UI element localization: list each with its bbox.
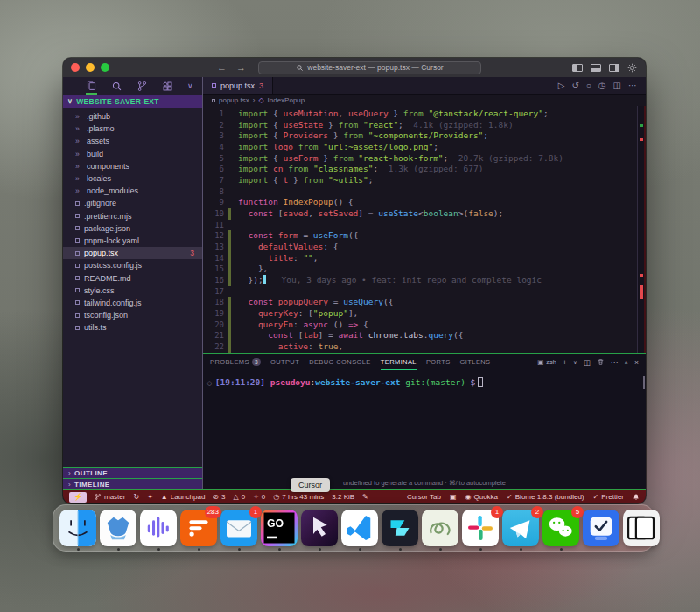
tab-popup-tsx[interactable]: popup.tsx 3 — [203, 77, 273, 94]
tree-item-postcss.config.js[interactable]: postcss.config.js — [63, 259, 202, 271]
tree-item-node_modules[interactable]: »node_modules — [63, 185, 202, 197]
status-remote[interactable]: ⚡ — [69, 492, 87, 503]
code-line[interactable]: 12 const form = useForm({ — [203, 230, 644, 242]
dot-circle-icon[interactable]: ○ — [586, 81, 592, 90]
code-line[interactable]: 15 }, — [203, 264, 644, 275]
status-launchpad[interactable]: ▲Launchpad — [161, 493, 206, 501]
maximize-panel-icon[interactable]: ∧ — [624, 359, 628, 366]
breadcrumb-symbol[interactable]: IndexPopup — [268, 96, 305, 104]
code-line[interactable]: 2import { useState } from "react"; 4.1k … — [203, 120, 644, 131]
terminal-prompt[interactable]: [19:11:20] pseudoyu:website-saver-ext gi… — [215, 377, 484, 387]
status-errors[interactable]: ⊘3 — [213, 493, 225, 501]
dock-icon-cursor[interactable] — [301, 510, 338, 546]
code-line[interactable]: 3import { Providers } from "~components/… — [203, 130, 644, 142]
status-biome[interactable]: ✓Biome 1.8.3 (bundled) — [507, 493, 584, 501]
more-actions-icon[interactable]: ⋯ — [628, 81, 637, 90]
status-ports[interactable]: ✧0 — [253, 493, 265, 501]
code-line[interactable]: 10 const [saved, setSaved] = useState<bo… — [203, 208, 644, 220]
split-terminal-icon[interactable]: ◫ — [584, 358, 591, 367]
dock-icon-wechat[interactable]: 5 — [542, 510, 579, 546]
status-copilot-box[interactable]: ▣ — [450, 493, 457, 501]
minimize-window-button[interactable] — [86, 63, 94, 72]
dock-icon-ribbon[interactable] — [422, 510, 458, 546]
code-line[interactable]: 13 defaultValues: { — [203, 242, 644, 253]
explorer-view-icon[interactable] — [86, 77, 97, 95]
panel-more-actions-icon[interactable]: ⋯ — [611, 358, 619, 367]
tree-item-components[interactable]: »components — [63, 160, 202, 172]
dock-icon-goland[interactable]: GO — [261, 510, 298, 546]
toggle-primary-sidebar-icon[interactable] — [572, 64, 583, 72]
tree-item-style.css[interactable]: style.css — [63, 285, 202, 297]
tree-item-build[interactable]: »build — [63, 148, 202, 160]
overview-ruler[interactable] — [637, 106, 644, 353]
panel-tab-ports[interactable]: PORTS — [426, 354, 451, 370]
dock-icon-fox[interactable] — [100, 510, 136, 546]
tree-item-.prettierrc.mjs[interactable]: .prettierrc.mjs — [63, 210, 202, 222]
tree-item-pnpm-lock.yaml[interactable]: pnpm-lock.yaml — [63, 235, 202, 247]
tree-item-utils.ts[interactable]: utils.ts — [63, 321, 202, 334]
code-line[interactable]: 16 });You, 3 days ago • feat: init repo … — [203, 275, 644, 286]
history-back-button[interactable]: ← — [217, 62, 227, 73]
code-line[interactable]: 4import logo from "url:~assets/logo.png"… — [203, 142, 644, 153]
zoom-window-button[interactable] — [101, 63, 109, 72]
tree-item-tailwind.config.js[interactable]: tailwind.config.js — [63, 297, 202, 309]
back-circle-icon[interactable]: ↺ — [571, 81, 578, 90]
split-editor-icon[interactable]: ◫ — [613, 81, 621, 90]
history-forward-button[interactable]: → — [236, 62, 246, 73]
status-bell[interactable] — [633, 493, 640, 501]
dock-icon-audio[interactable] — [140, 510, 177, 546]
outline-section-header[interactable]: › OUTLINE — [63, 467, 202, 478]
code-line[interactable]: 1import { useMutation, useQuery } from "… — [203, 109, 644, 120]
more-views-chevron-icon[interactable]: ∨ — [187, 77, 193, 95]
shell-selector[interactable]: ▣ zsh — [537, 358, 556, 366]
timeline-section-header[interactable]: › TIMELINE — [63, 478, 202, 489]
explorer-root-header[interactable]: ∨ WEBSITE-SAVER-EXT — [63, 95, 202, 108]
gear-icon[interactable] — [627, 63, 637, 73]
code-line[interactable]: 19 queryKey: ["popup"], — [203, 308, 644, 320]
source-control-view-icon[interactable] — [136, 77, 148, 95]
code-line[interactable]: 22 active: true, — [203, 341, 644, 353]
close-panel-icon[interactable]: × — [634, 358, 639, 367]
code-line[interactable]: 9function IndexPopup() { — [203, 197, 644, 208]
extensions-view-icon[interactable] — [162, 77, 173, 95]
dock-icon-telegram[interactable]: 2 — [502, 510, 539, 546]
timeline-clock-icon[interactable]: ◷ — [598, 81, 606, 90]
code-line[interactable]: 6import cn from "classnames"; 1.3k (gzip… — [203, 164, 644, 175]
terminal-scrollbar[interactable] — [643, 376, 645, 389]
window-titlebar[interactable]: ← → website-saver-ext — popup.tsx — Curs… — [63, 58, 646, 77]
tree-item-assets[interactable]: »assets — [63, 135, 202, 147]
status-gitlens[interactable]: ✦ — [147, 493, 153, 501]
code-line[interactable]: 11 — [203, 220, 644, 231]
status-pen[interactable]: ✎ — [362, 493, 368, 501]
dock-icon-things[interactable] — [583, 510, 620, 546]
status-cursor-tab[interactable]: Cursor Tab — [407, 493, 441, 501]
panel-tab-output[interactable]: OUTPUT — [270, 354, 299, 370]
dock-icon-mail[interactable]: 1 — [220, 510, 257, 546]
code-editor[interactable]: 1import { useMutation, useQuery } from "… — [203, 106, 646, 353]
run-button[interactable]: ▷ — [558, 81, 565, 90]
terminal-dropdown-chevron-icon[interactable]: ∨ — [573, 359, 578, 366]
status-warnings[interactable]: △0 — [234, 493, 246, 501]
tree-item-popup.tsx[interactable]: popup.tsx3 — [63, 247, 202, 259]
tree-item-.plasmo[interactable]: ».plasmo — [63, 123, 202, 135]
close-window-button[interactable] — [71, 63, 80, 72]
code-line[interactable]: 21 const [tab] = await chrome.tabs.query… — [203, 330, 644, 341]
panel-tab--[interactable]: ⋯ — [500, 354, 508, 370]
toggle-secondary-sidebar-icon[interactable] — [609, 64, 620, 72]
kill-terminal-trash-icon[interactable] — [597, 358, 605, 366]
tree-item-locales[interactable]: »locales — [63, 172, 202, 185]
tree-item-.github[interactable]: ».github — [63, 110, 202, 123]
code-line[interactable]: 18 const popupQuery = useQuery({ — [203, 297, 644, 308]
dock-icon-slack[interactable]: 1 — [462, 510, 499, 546]
status-branch[interactable]: master — [94, 493, 125, 501]
search-view-icon[interactable] — [111, 77, 122, 95]
status-sync[interactable]: ↻ — [133, 493, 139, 501]
status-prettier[interactable]: ✓Prettier — [593, 493, 625, 501]
breadcrumb[interactable]: popup.tsx › ◇ IndexPopup — [203, 95, 646, 106]
code-line[interactable]: 17 — [203, 286, 644, 298]
code-line[interactable]: 8 — [203, 186, 644, 198]
command-center-search[interactable]: website-saver-ext — popup.tsx — Cursor — [258, 61, 481, 74]
tree-item-README.md[interactable]: README.md — [63, 271, 202, 284]
dock-icon-frames[interactable] — [623, 510, 660, 546]
panel-tab-terminal[interactable]: TERMINAL — [381, 354, 416, 370]
